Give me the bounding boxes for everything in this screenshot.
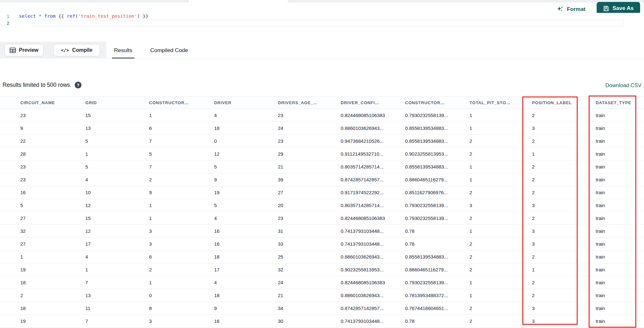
code-line-2[interactable] (14, 20, 644, 26)
table-cell: 3 (528, 302, 592, 315)
table-cell: 0.78 (401, 238, 465, 251)
column-header: DRIVERS_AGE_... (274, 97, 336, 109)
table-cell: 0.7930232558139... (401, 212, 465, 225)
code-icon: </> (61, 48, 69, 53)
table-cell: 19 (0, 315, 81, 328)
table-cell: train (592, 315, 644, 328)
table-cell: 3 (465, 199, 528, 212)
table-cell: 0.824468085106383 (336, 276, 401, 289)
tab-compiled-code[interactable]: Compiled Code (150, 42, 189, 59)
table-cell: 8 (145, 302, 210, 315)
sql-editor[interactable]: 1 select * from {{ ref('train_test_posit… (0, 13, 644, 42)
preview-button[interactable]: Preview (5, 44, 43, 56)
table-cell: 9 (0, 122, 81, 135)
table-cell: 7 (145, 135, 210, 148)
table-cell: 27 (0, 212, 81, 225)
line-number-1: 1 (0, 14, 14, 19)
column-header: CONSTRUCTOR... (401, 97, 465, 109)
table-cell: 7 (81, 276, 145, 289)
table-cell: 19 (0, 263, 81, 276)
tab-results[interactable]: Results (113, 42, 133, 59)
table-cell: 0.8035714285714... (336, 160, 401, 173)
table-cell: 2 (528, 251, 592, 263)
table-row: 913618240.8860103626943...0.855813953488… (0, 122, 644, 135)
compile-button-label: Compile (72, 47, 92, 53)
table-cell: 12 (81, 199, 145, 212)
table-cell: 0.8558139534883... (401, 135, 465, 148)
table-cell: train (592, 276, 644, 289)
table-cell: 23 (0, 109, 81, 122)
table-cell: 33 (274, 238, 336, 251)
editor-tab-strip (0, 0, 644, 2)
table-row: 23429390.8742857142857...0.8860465116279… (0, 173, 644, 186)
tab-divider (93, 0, 94, 2)
table-cell: train (592, 263, 644, 276)
column-header: GRID (81, 97, 145, 109)
table-cell: 0.8035714285714... (336, 199, 401, 212)
table-cell: 23 (274, 212, 336, 225)
table-cell: 34 (274, 302, 336, 315)
code-token: }} (140, 14, 148, 19)
table-cell: 17 (81, 238, 145, 251)
sparkles-icon (557, 6, 564, 13)
format-button[interactable]: Format (557, 5, 585, 14)
table-cell: 23 (0, 160, 81, 173)
table-row: 1610919270.9171974522292...0.85116279069… (0, 186, 644, 199)
table-cell: 1 (145, 109, 210, 122)
table-cell: 2 (465, 315, 528, 328)
table-row: 18714240.8244680851063830.7930232558139.… (0, 276, 644, 289)
table-cell: 16 (0, 186, 81, 199)
table-cell: 16 (210, 225, 274, 238)
table-cell: 0.8558139534883... (401, 160, 465, 173)
column-header: TOTAL_PIT_STO... (465, 97, 528, 109)
table-cell: 1 (0, 251, 81, 263)
table-cell: 9 (145, 186, 210, 199)
table-cell: 15 (81, 109, 145, 122)
table-cell: 7 (145, 160, 210, 173)
table-cell: 31 (274, 225, 336, 238)
code-line-1[interactable]: select * from {{ ref('train_test_positio… (14, 13, 644, 20)
table-row: 191217320.9023255813953...0.886046511627… (0, 263, 644, 276)
table-cell: 32 (274, 263, 336, 276)
editor-line-1: 1 select * from {{ ref('train_test_posit… (0, 13, 644, 20)
table-cell: 5 (81, 135, 145, 148)
table-cell: 1 (465, 109, 528, 122)
table-cell: 2 (528, 173, 592, 186)
table-cell: 0.7413793103448... (336, 225, 401, 238)
table-cell: 2 (528, 276, 592, 289)
table-cell: 5 (81, 160, 145, 173)
table-cell: 4 (210, 212, 274, 225)
table-cell: 1 (81, 148, 145, 160)
table-cell: 0.8860103626943... (336, 122, 401, 135)
table-cell: 18 (0, 302, 81, 315)
active-editor-tab (188, 0, 288, 2)
table-cell: 27 (0, 238, 81, 251)
format-button-label: Format (567, 6, 585, 13)
table-cell: 0.9023255813953... (401, 148, 465, 160)
table-cell: 4 (210, 276, 274, 289)
table-cell: 20 (274, 199, 336, 212)
column-header: DRIVER_CONFI... (336, 97, 401, 109)
table-cell: 0.7413793103448... (336, 315, 401, 328)
results-tab-bar: ResultsCompiled Code (113, 42, 189, 59)
table-cell: train (592, 186, 644, 199)
table-cell: train (592, 173, 644, 186)
table-cell: 0.7930232558139... (401, 276, 465, 289)
table-cell: 32 (0, 225, 81, 238)
table-cell: 9 (210, 173, 274, 186)
table-cell: 3 (145, 238, 210, 251)
table-cell: 9 (210, 302, 274, 315)
table-row: 51215200.8035714285714...0.7930232558139… (0, 199, 644, 212)
compile-button[interactable]: </> Compile (53, 44, 100, 56)
table-cell: 2 (465, 238, 528, 251)
table-cell: 1 (465, 173, 528, 186)
table-cell: 0.7413793103448... (336, 238, 401, 251)
table-cell: 1 (145, 276, 210, 289)
table-cell: train (592, 212, 644, 225)
table-cell: 4 (210, 109, 274, 122)
question-mark-icon[interactable]: ? (75, 82, 81, 88)
table-cell: train (592, 135, 644, 148)
table-cell: 0.9473684210526... (336, 135, 401, 148)
download-csv-link[interactable]: Download CSV (605, 82, 641, 88)
table-cell: 3 (528, 199, 592, 212)
